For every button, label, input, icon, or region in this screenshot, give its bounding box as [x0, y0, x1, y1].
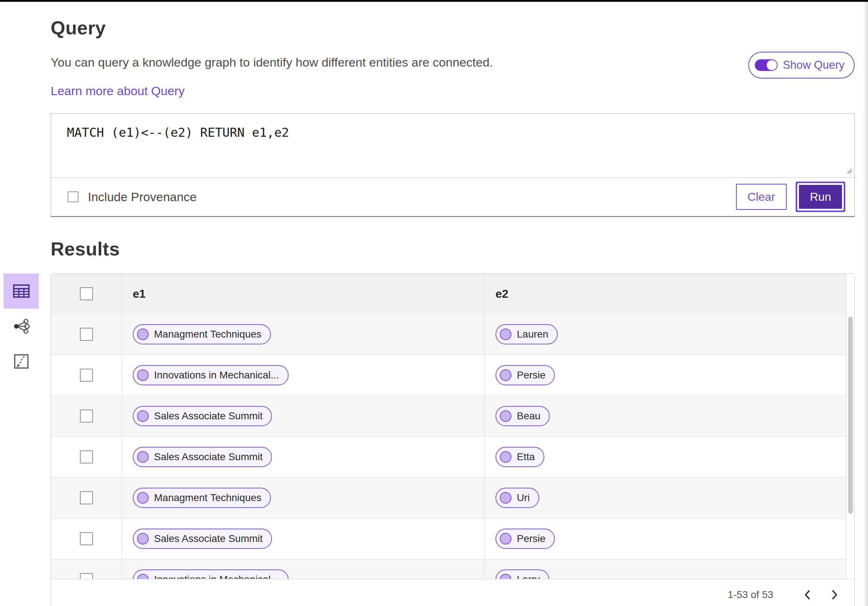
chevron-right-icon [831, 589, 838, 600]
entity-pill[interactable]: Persie [496, 365, 555, 385]
entity-dot-icon [137, 328, 149, 340]
entity-dot-icon [500, 451, 512, 463]
results-area: e1 e2 Managment Techniques Lauren Innova… [51, 273, 855, 606]
entity-pill[interactable]: Managment Techniques [133, 488, 271, 508]
query-description: You can query a knowledge graph to ident… [51, 55, 493, 70]
table-row: Innovations in Mechanical... Persie [51, 354, 854, 395]
entity-pill[interactable]: Managment Techniques [133, 324, 271, 345]
graph-view-button[interactable] [4, 309, 39, 344]
entity-label: Lauren [517, 328, 548, 340]
query-panel: MATCH (e1)<--(e2) RETURN e1,e2 Include P… [51, 113, 855, 217]
select-all-checkbox[interactable] [80, 287, 93, 300]
show-query-toggle[interactable]: Show Query [748, 52, 855, 79]
clear-button[interactable]: Clear [736, 184, 787, 210]
query-editor-value[interactable]: MATCH (e1)<--(e2) RETURN e1,e2 [51, 113, 854, 140]
row-checkbox[interactable] [80, 328, 93, 341]
entity-pill[interactable]: Lauren [496, 324, 558, 345]
entity-dot-icon [500, 410, 512, 422]
entity-pill[interactable]: Etta [496, 447, 544, 467]
query-intro-text: You can query a knowledge graph to ident… [51, 53, 493, 98]
query-buttons: Clear Run [736, 184, 846, 210]
table-icon [12, 284, 30, 299]
entity-label: Sales Associate Summit [154, 451, 263, 463]
query-section-title: Query [51, 17, 855, 39]
row-checkbox[interactable] [80, 410, 93, 423]
entity-pill[interactable]: Sales Associate Summit [133, 528, 272, 549]
pagination-range-label: 1-53 of 53 [728, 589, 773, 601]
row-checkbox[interactable] [80, 369, 93, 382]
toggle-switch-icon[interactable] [755, 59, 778, 71]
checkbox-icon[interactable] [68, 191, 79, 202]
entity-pill[interactable]: Beau [496, 406, 550, 426]
entity-label: Persie [517, 370, 546, 381]
entity-pill[interactable]: Sales Associate Summit [133, 447, 272, 467]
entity-label: Beau [517, 410, 540, 422]
table-body: Managment Techniques Lauren Innovations … [51, 314, 854, 579]
resize-handle-icon[interactable] [845, 167, 852, 176]
results-section-title: Results [51, 238, 855, 260]
entity-label: Uri [517, 492, 530, 503]
pagination-bar: 1-53 of 53 [51, 579, 854, 606]
chevron-left-icon [804, 589, 811, 600]
entity-pill[interactable]: Uri [496, 488, 539, 508]
table-row: Sales Associate Summit Etta [51, 436, 854, 477]
entity-dot-icon [500, 533, 512, 544]
entity-dot-icon [500, 370, 512, 381]
entity-dot-icon [137, 574, 149, 579]
entity-dot-icon [500, 492, 512, 503]
view-switcher-rail [4, 273, 39, 379]
learn-more-link[interactable]: Learn more about Query [51, 84, 184, 98]
table-row: Managment Techniques Lauren [51, 314, 854, 354]
entity-pill[interactable]: Larry [496, 569, 549, 579]
row-checkbox[interactable] [80, 532, 93, 545]
entity-pill[interactable]: Sales Associate Summit [133, 406, 272, 426]
entity-label: Persie [517, 533, 546, 544]
entity-dot-icon [137, 370, 149, 381]
table-scroll-region: e1 e2 Managment Techniques Lauren Innova… [51, 274, 854, 579]
column-header-e1: e1 [133, 287, 146, 301]
query-panel-footer: Include Provenance Clear Run [51, 177, 854, 216]
entity-pill[interactable]: Innovations in Mechanical... [133, 569, 288, 579]
query-intro-row: You can query a knowledge graph to ident… [51, 53, 855, 98]
entity-label: Managment Techniques [154, 492, 262, 503]
expand-view-button[interactable] [4, 344, 39, 379]
table-row: Sales Associate Summit Beau [51, 395, 854, 436]
next-page-button[interactable] [825, 585, 845, 605]
entity-pill[interactable]: Innovations in Mechanical... [133, 365, 288, 385]
row-checkbox[interactable] [80, 451, 93, 463]
table-header-row: e1 e2 [51, 274, 854, 314]
entity-dot-icon [137, 492, 149, 503]
entity-label: Sales Associate Summit [154, 410, 263, 422]
show-query-label: Show Query [783, 59, 845, 71]
toggle-knob [767, 60, 777, 70]
run-button[interactable]: Run [799, 185, 842, 209]
table-row: Managment Techniques Uri [51, 477, 854, 518]
entity-dot-icon [500, 328, 512, 340]
entity-dot-icon [137, 410, 149, 422]
previous-page-button[interactable] [797, 585, 817, 605]
include-provenance-label: Include Provenance [88, 190, 197, 204]
network-icon [13, 318, 29, 335]
include-provenance-checkbox[interactable]: Include Provenance [68, 190, 197, 204]
row-checkbox[interactable] [80, 573, 93, 579]
table-view-button[interactable] [4, 273, 39, 309]
expand-icon [13, 353, 29, 370]
entity-label: Larry [517, 574, 540, 579]
entity-label: Managment Techniques [154, 328, 262, 340]
table-scrollbar-thumb[interactable] [848, 317, 853, 514]
page: Query You can query a knowledge graph to… [0, 2, 868, 606]
table-row: Sales Associate Summit Persie [51, 518, 854, 559]
entity-dot-icon [500, 574, 512, 579]
entity-pill[interactable]: Persie [496, 528, 555, 549]
entity-label: Innovations in Mechanical... [154, 574, 279, 579]
query-editor[interactable]: MATCH (e1)<--(e2) RETURN e1,e2 [51, 113, 854, 177]
results-table: e1 e2 Managment Techniques Lauren Innova… [51, 273, 855, 606]
column-header-e2: e2 [496, 287, 508, 301]
entity-label: Etta [517, 451, 535, 463]
row-checkbox[interactable] [80, 491, 93, 504]
entity-dot-icon [137, 451, 149, 463]
table-row: Innovations in Mechanical... Larry [51, 559, 854, 579]
entity-label: Innovations in Mechanical... [154, 370, 279, 381]
entity-dot-icon [137, 533, 149, 544]
entity-label: Sales Associate Summit [154, 533, 263, 544]
